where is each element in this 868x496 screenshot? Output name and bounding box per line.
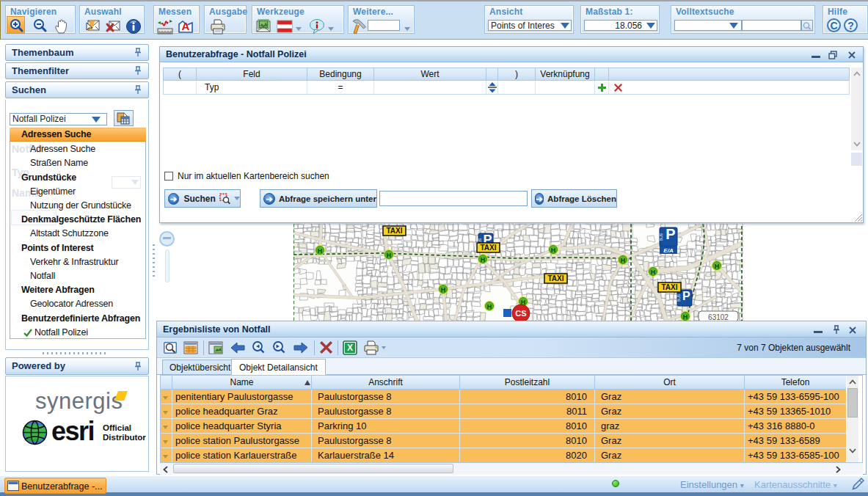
svg-text:H: H [651,269,656,276]
svg-text:TAXI: TAXI [480,244,496,252]
svg-text:E/A: E/A [663,247,674,254]
svg-text:H: H [387,252,392,259]
svg-text:TAXI: TAXI [386,227,402,235]
svg-text:H: H [715,263,720,270]
svg-text:CS: CS [515,309,526,318]
svg-text:TAXI: TAXI [547,274,564,282]
svg-text:A: A [182,20,190,32]
svg-text:H: H [318,247,323,255]
svg-text:H: H [441,286,446,293]
svg-text:H: H [683,313,688,321]
svg-text:P: P [665,226,675,242]
svg-text:H: H [487,303,492,310]
svg-text:H: H [551,247,556,254]
svg-text:P: P [682,290,690,302]
svg-text:BUS: BUS [659,233,663,241]
svg-text:63102: 63102 [708,313,729,321]
svg-text:H: H [481,256,486,263]
svg-text:BUS: BUS [676,293,681,302]
svg-text:X: X [347,343,353,353]
svg-text:TAXI: TAXI [661,283,677,291]
svg-text:H: H [621,257,626,264]
